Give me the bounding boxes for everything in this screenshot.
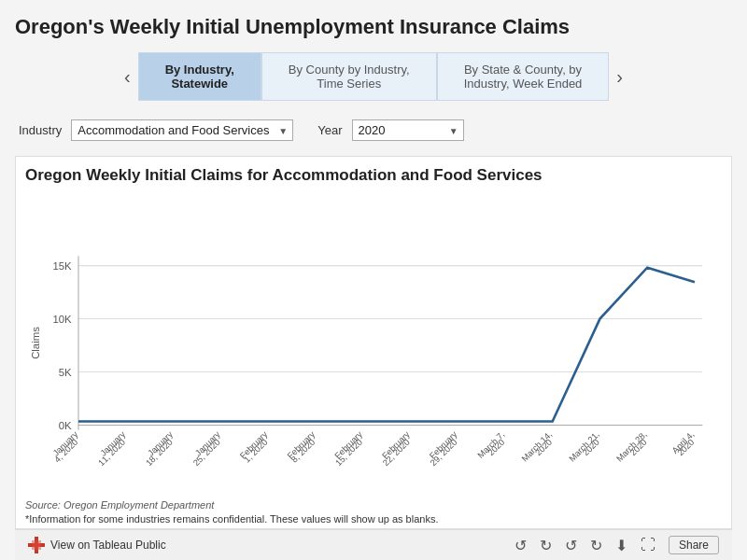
industry-select-wrapper: Accommodation and Food Services (71, 119, 293, 141)
chart-title: Oregon Weekly Initial Claims for Accommo… (25, 166, 722, 185)
svg-text:5K: 5K (59, 367, 72, 378)
download-button[interactable]: ⬇ (615, 537, 627, 554)
forward-button[interactable]: ↻ (590, 537, 602, 554)
line-chart: Claims 15K 10K 5K 0K Januar (25, 192, 722, 494)
page-title: Oregon's Weekly Initial Unemployment Ins… (15, 15, 732, 39)
bottom-bar: View on Tableau Public ↺ ↻ ↺ ↻ ⬇ ⛶ Share (15, 529, 732, 560)
svg-text:10K: 10K (52, 314, 72, 325)
chart-area: Oregon Weekly Initial Claims for Accommo… (15, 156, 732, 529)
svg-text:0K: 0K (59, 420, 72, 431)
fullscreen-button[interactable]: ⛶ (641, 537, 655, 553)
chart-note: *Information for some industries remains… (25, 513, 722, 525)
tableau-icon (28, 537, 45, 553)
year-select[interactable]: 2020 (352, 119, 464, 141)
tableau-logo-area: View on Tableau Public (28, 537, 166, 553)
year-label: Year (317, 123, 342, 137)
share-button[interactable]: Share (669, 536, 719, 554)
claims-line (78, 268, 695, 422)
industry-label: Industry (19, 123, 62, 137)
redo-button[interactable]: ↻ (540, 537, 552, 554)
tab-by-state-county[interactable]: By State & County, byIndustry, Week Ende… (437, 52, 610, 101)
svg-text:15K: 15K (52, 260, 72, 272)
tab-prev-arrow[interactable]: ‹ (117, 67, 138, 86)
bottom-icons: ↺ ↻ ↺ ↻ ⬇ ⛶ Share (514, 536, 719, 554)
view-on-tableau-label[interactable]: View on Tableau Public (50, 539, 166, 552)
tab-navigation: ‹ By Industry,Statewide By County by Ind… (15, 52, 732, 101)
reset-button[interactable]: ↺ (565, 537, 577, 554)
undo-button[interactable]: ↺ (514, 537, 527, 554)
svg-rect-41 (32, 540, 41, 550)
tab-by-industry-statewide[interactable]: By Industry,Statewide (138, 52, 261, 101)
industry-select[interactable]: Accommodation and Food Services (71, 119, 293, 141)
filter-row: Industry Accommodation and Food Services… (15, 114, 732, 147)
tab-next-arrow[interactable]: › (609, 67, 630, 86)
year-select-wrapper: 2020 (352, 119, 464, 141)
chart-source: Source: Oregon Employment Department (25, 497, 722, 512)
tab-by-county-industry[interactable]: By County by Industry,Time Series (261, 52, 437, 101)
svg-text:Claims: Claims (30, 327, 41, 359)
chart-body: Claims 15K 10K 5K 0K Januar (25, 192, 722, 494)
